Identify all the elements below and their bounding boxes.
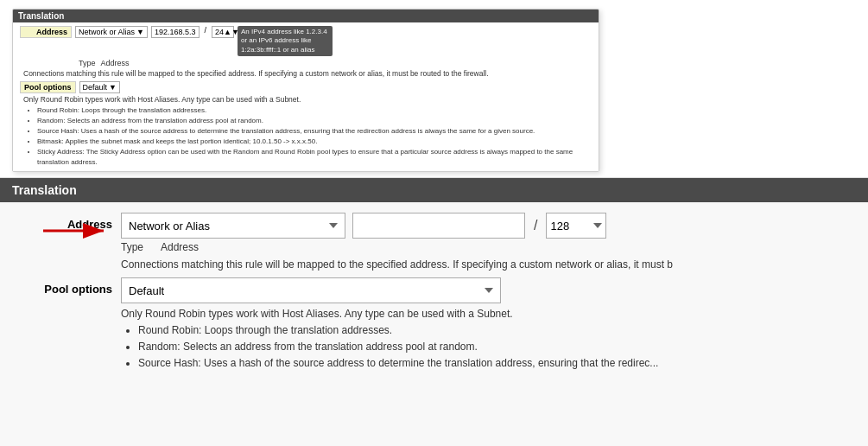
thumb-bullet-1: Round Robin: Loops through the translati…	[37, 105, 592, 116]
pool-label: Pool options	[17, 277, 112, 296]
thumb-address-input: 192.168.5.3	[151, 26, 200, 38]
cidr-select[interactable]: 128	[546, 213, 606, 239]
thumb-address-label: Address	[20, 26, 72, 38]
thumbnail: Translation Address Network or Alias ▼ 1…	[12, 9, 599, 172]
address-field-content: Network or Alias / 128 Type Address Conn…	[121, 213, 851, 272]
thumb-section-header: Translation	[13, 10, 599, 22]
pool-bullet-3: Source Hash: Uses a hash of the source a…	[138, 355, 851, 372]
address-type-select[interactable]: Network or Alias	[121, 213, 345, 239]
thumb-tooltip: An IPv4 address like 1.2.3.4 or an IPv6 …	[238, 26, 333, 56]
thumb-description: Connections matching this rule will be m…	[23, 69, 592, 79]
address-row: Address Network or Alias	[17, 213, 851, 272]
arrow-container: Network or Alias	[121, 213, 345, 239]
thumb-type-row: Type Address	[79, 59, 592, 67]
pool-field-content: Default Only Round Robin types work with…	[121, 277, 851, 373]
address-input[interactable]	[352, 213, 525, 239]
address-input-row: Network or Alias / 128	[121, 213, 851, 239]
thumb-pool-row: Pool options Default ▼	[20, 81, 592, 93]
thumb-bullet-4: Bitmask: Applies the subnet mask and kee…	[37, 137, 592, 147]
type-row: Type Address	[121, 241, 851, 253]
type-value: Address	[161, 241, 199, 253]
thumb-type-value: Address	[101, 59, 130, 67]
pool-select[interactable]: Default	[121, 277, 501, 303]
section-header: Translation	[0, 178, 868, 202]
thumb-bullet-2: Random: Selects an address from the tran…	[37, 116, 592, 126]
pool-row: Pool options Default Only Round Robin ty…	[17, 277, 851, 373]
section-body: Address Network or Alias	[0, 202, 868, 446]
pool-only-round: Only Round Robin types work with Host Al…	[121, 308, 851, 320]
address-label: Address	[17, 213, 112, 231]
thumb-address-row: Address Network or Alias ▼ 192.168.5.3 /…	[20, 26, 592, 56]
pool-bullets: Round Robin: Loops through the translati…	[138, 322, 851, 373]
thumb-slash: /	[203, 26, 209, 35]
thumb-pool-label: Pool options	[20, 81, 76, 93]
thumb-pool-select: Default ▼	[79, 81, 120, 93]
thumb-bullet-3: Source Hash: Uses a hash of the source a…	[37, 126, 592, 137]
thumb-bullet-5: Sticky Address: The Sticky Address optio…	[37, 147, 592, 168]
slash-divider: /	[532, 218, 539, 233]
thumb-body: Address Network or Alias ▼ 192.168.5.3 /…	[13, 22, 599, 171]
thumb-cidr: 24 ▲▼	[212, 26, 234, 38]
type-label: Type	[121, 241, 143, 253]
thumb-type-label: Type	[79, 59, 96, 67]
thumb-bullets: Round Robin: Loops through the translati…	[37, 105, 592, 168]
thumb-address-select: Network or Alias ▼	[75, 26, 148, 38]
pool-bullet-2: Random: Selects an address from the tran…	[138, 339, 851, 355]
address-description: Connections matching this rule will be m…	[121, 258, 851, 272]
thumbnail-panel: Translation Address Network or Alias ▼ 1…	[0, 0, 868, 178]
pool-bullet-1: Round Robin: Loops through the translati…	[138, 322, 851, 339]
main-panel: Translation Address	[0, 178, 868, 446]
thumb-only-round: Only Round Robin types work with Host Al…	[23, 95, 592, 104]
